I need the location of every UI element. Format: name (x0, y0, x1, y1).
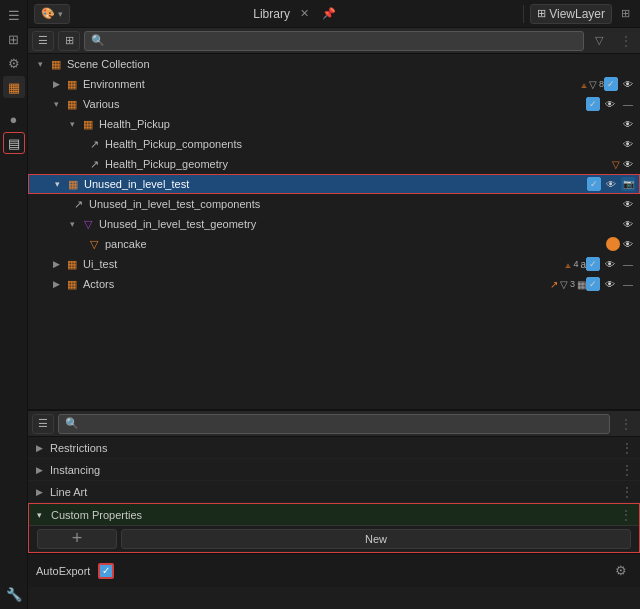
eye-icon[interactable]: 👁 (620, 76, 636, 92)
render-icon[interactable]: — (620, 256, 636, 272)
instancing-dots: ⋮ (620, 462, 632, 478)
outliner-view-btn[interactable]: ☰ (32, 31, 54, 51)
prop-more-btn[interactable]: ⋮ (614, 414, 636, 434)
armature-icon: ⟁ (581, 79, 587, 90)
properties-toolbar: ☰ 🔍 ⋮ (28, 411, 640, 437)
hp-components-item[interactable]: ↗ Health_Pickup_components 👁 (28, 134, 640, 154)
sidebar-icon-scene[interactable]: ▦ (3, 76, 25, 98)
render-icon[interactable]: — (620, 96, 636, 112)
number-icon: 4 (573, 259, 578, 269)
various-label: Various (83, 98, 586, 110)
sidebar-icon-mesh[interactable]: ▤ (3, 132, 25, 154)
pancake-icon: ▽ (86, 236, 102, 252)
outliner-search[interactable]: 🔍 (84, 31, 584, 51)
modifier-icon: ▽ (612, 159, 620, 170)
visibility-checkbox[interactable]: ✓ (604, 77, 618, 91)
prop-view-btn[interactable]: ☰ (32, 414, 54, 434)
line-art-label: Line Art (50, 486, 87, 498)
arrow: ▶ (48, 274, 64, 294)
restrictions-dots: ⋮ (620, 440, 632, 456)
uitest-inline-icons: ⟁ 4 a (565, 259, 586, 270)
hp-components-label: Health_Pickup_components (105, 138, 620, 150)
sidebar-icon-menu[interactable]: ☰ (3, 4, 25, 26)
header-right-icon[interactable]: ⊞ (616, 5, 634, 23)
various-item[interactable]: ▾ ▦ Various ✓ 👁 — (28, 94, 640, 114)
outliner-filter-icon[interactable]: ▽ (588, 31, 610, 51)
modifier-icon: ▽ (589, 79, 597, 90)
unused-comp-right-icons: 👁 (620, 196, 636, 212)
outliner-tree: ▾ ▦ Scene Collection ▶ ▦ Environment ⟁ ▽… (28, 54, 640, 409)
actors-icon: ▦ (64, 276, 80, 292)
eye-icon[interactable]: 👁 (620, 156, 636, 172)
visibility-checkbox[interactable]: ✓ (587, 177, 601, 191)
arrow: ▾ (49, 174, 65, 194)
eye-icon[interactable]: 👁 (603, 176, 619, 192)
hp-icon: ▦ (80, 116, 96, 132)
environment-item[interactable]: ▶ ▦ Environment ⟁ ▽ 8 ✓ 👁 (28, 74, 640, 94)
visibility-checkbox[interactable]: ✓ (586, 257, 600, 271)
eye-icon[interactable]: 👁 (620, 196, 636, 212)
header-divider (523, 5, 524, 23)
prop-search[interactable]: 🔍 (58, 414, 610, 434)
pancake-dot (606, 237, 620, 251)
eye-icon[interactable]: 👁 (620, 116, 636, 132)
header-viewlayer-btn[interactable]: ⊞ ViewLayer (530, 4, 612, 24)
scene-collection-item[interactable]: ▾ ▦ Scene Collection (28, 54, 640, 74)
line-art-arrow: ▶ (36, 487, 50, 497)
sidebar-icon-view[interactable]: ⊞ (3, 28, 25, 50)
header-left-btn[interactable]: 🎨 ▾ (34, 4, 70, 24)
search-icon: 🔍 (91, 34, 105, 47)
add-new-row: + New (29, 526, 639, 552)
hp-geometry-item[interactable]: ↗ Health_Pickup_geometry ▽ 👁 (28, 154, 640, 174)
various-right-icons: ✓ 👁 — (586, 96, 636, 112)
actors-right-icons: ✓ 👁 — (586, 276, 636, 292)
hp-right-icons: 👁 (620, 116, 636, 132)
custom-properties-header[interactable]: ▾ Custom Properties ⋮ (29, 504, 639, 526)
auto-export-checkbox[interactable]: ✓ (98, 563, 114, 579)
eye-icon[interactable]: 👁 (602, 96, 618, 112)
custom-properties-content: + New (29, 526, 639, 552)
camera-icon[interactable]: 📷 (621, 177, 635, 191)
eye-icon[interactable]: 👁 (620, 236, 636, 252)
new-label: New (365, 533, 387, 545)
unused-components-item[interactable]: ↗ Unused_in_level_test_components 👁 (28, 194, 640, 214)
uitest-right-icons: ✓ 👁 — (586, 256, 636, 272)
pancake-item[interactable]: ▽ pancake 👁 (28, 234, 640, 254)
eye-icon[interactable]: 👁 (620, 216, 636, 232)
unused-level-test-item[interactable]: ▾ ▦ Unused_in_level_test ✓ 👁 📷 (28, 174, 640, 194)
restrictions-label: Restrictions (50, 442, 107, 454)
header-center: Library ✕ 📌 (74, 5, 517, 23)
eye-icon[interactable]: 👁 (602, 256, 618, 272)
add-property-btn[interactable]: + (37, 529, 117, 549)
outliner-more-btn[interactable]: ⋮ (614, 31, 636, 51)
render-icon[interactable]: — (620, 276, 636, 292)
visibility-checkbox[interactable]: ✓ (586, 277, 600, 291)
instancing-section[interactable]: ▶ Instancing ⋮ (28, 459, 640, 481)
health-pickup-item[interactable]: ▾ ▦ Health_Pickup 👁 (28, 114, 640, 134)
actors-inline-icons: ↗ ▽ 3 ▦ (550, 279, 586, 290)
header-pin-btn[interactable]: 📌 (320, 5, 338, 23)
pancake-right-icons: 👁 (620, 236, 636, 252)
unused-geometry-item[interactable]: ▾ ▽ Unused_in_level_test_geometry 👁 (28, 214, 640, 234)
eye-icon[interactable]: 👁 (602, 276, 618, 292)
new-property-btn[interactable]: New (121, 529, 631, 549)
sidebar-icon-settings[interactable]: ⚙ (3, 52, 25, 74)
gear-button[interactable]: ⚙ (610, 560, 632, 582)
paint-icon: 🎨 (41, 7, 55, 20)
bottom-row: AutoExport ✓ ⚙ (28, 553, 640, 587)
ui-test-item[interactable]: ▶ ▦ Ui_test ⟁ 4 a ✓ 👁 — (28, 254, 640, 274)
sidebar-icon-tool[interactable]: 🔧 (3, 583, 25, 605)
restrictions-section[interactable]: ▶ Restrictions ⋮ (28, 437, 640, 459)
header-library-label: Library (253, 7, 290, 21)
left-sidebar: ☰ ⊞ ⚙ ▦ ● ▤ 🔧 (0, 0, 28, 609)
header-close-btn[interactable]: ✕ (296, 5, 314, 23)
grid-icon: ▦ (577, 279, 586, 290)
actors-item[interactable]: ▶ ▦ Actors ↗ ▽ 3 ▦ ✓ 👁 — (28, 274, 640, 294)
sidebar-icon-object[interactable]: ● (3, 108, 25, 130)
eye-icon[interactable]: 👁 (620, 136, 636, 152)
line-art-section[interactable]: ▶ Line Art ⋮ (28, 481, 640, 503)
visibility-checkbox[interactable]: ✓ (586, 97, 600, 111)
outliner-filter-btn[interactable]: ⊞ (58, 31, 80, 51)
hp-comp-icon: ↗ (86, 136, 102, 152)
unused-icon: ▦ (65, 176, 81, 192)
